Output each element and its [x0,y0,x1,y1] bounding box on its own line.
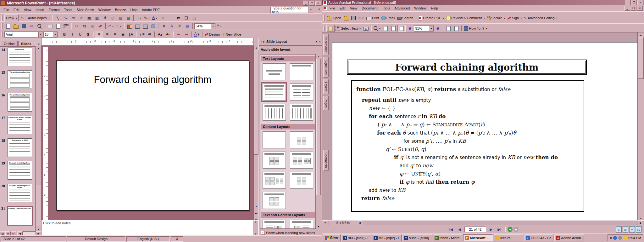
taskbar-button-3[interactable]: ✉Inbox - Micro... [433,234,463,241]
ppt-menu-breeze[interactable]: Breeze [113,7,128,13]
slide-thumbnail-16[interactable]: The unification algorithm [8,93,32,112]
search-icon[interactable] [36,23,43,29]
open-button[interactable]: Open [326,13,342,23]
chevron-down-icon[interactable]: ▼ [211,24,215,29]
scroll-down-icon[interactable]: ▼ [254,204,259,208]
minimize-button[interactable]: _ [625,0,630,5]
sign-button[interactable]: Sign▼ [507,13,523,23]
shadow-style-icon[interactable]: ❏ [182,15,190,21]
zoom-combobox[interactable]: 64% ▼ [194,23,215,29]
fit-page-button[interactable] [390,25,397,32]
distribute-icon[interactable]: ⊞ [119,31,127,37]
acrobat-menu-tools[interactable]: Tools [380,5,392,11]
chevron-down-icon[interactable]: ▼ [315,41,318,43]
zoom-out-button[interactable]: ⊖ [406,25,414,32]
scroll-down-icon[interactable]: ▼ [638,216,644,221]
secure-button[interactable]: Secure▼ [486,13,506,23]
fit-width-button[interactable] [397,25,406,32]
chevron-down-icon[interactable]: ▼ [308,7,313,13]
font-color-icon[interactable]: A▼ [193,31,201,37]
close-button[interactable]: × [637,0,643,5]
numbering-icon[interactable]: ⋮≡ [138,31,145,37]
insert-picture-icon[interactable]: ▩ [125,15,132,21]
mail-icon[interactable]: ✉ [28,23,36,29]
redo-icon[interactable]: ↷▼ [115,23,123,29]
layout-scrollbar[interactable]: ▲ ▼ [316,54,321,229]
taskbar-button-2[interactable]: ▼suna - [suna] ... [402,234,432,241]
scroll-right-icon[interactable]: ▶ [36,231,41,236]
scroll-right-icon[interactable]: ▶ [638,221,643,225]
scroll-up-icon[interactable]: ▲ [254,45,259,50]
ppt-menu-slide-show[interactable]: Slide Show [74,7,96,13]
nav-tab-signatures[interactable]: Signatures [323,57,329,78]
child-minimize-button[interactable]: _ [625,6,630,11]
ppt-menu-insert[interactable]: Insert [33,7,47,13]
save-icon[interactable] [20,23,28,29]
bullets-icon[interactable]: •≡ [146,31,153,37]
layout-thumbnail-title[interactable] [263,63,286,80]
taskbar-button-6[interactable]: eCS 3243 - Fo... [524,234,554,241]
email-button[interactable]: Email [381,13,397,23]
taskbar-button-4[interactable]: PMicrosoft ... [463,234,493,241]
layout-thumbnail-blank[interactable] [263,131,286,148]
clip-art-icon[interactable]: ▨ [117,15,124,21]
scrollbar-thumb[interactable] [316,59,321,195]
toolbar-handle[interactable] [1,32,3,37]
toolbar-handle[interactable] [323,26,325,31]
line-icon[interactable]: ╲ [54,15,61,21]
maximize-button[interactable]: □ [309,1,315,6]
scroll-left-icon[interactable]: ◀ [17,231,23,236]
toolbar-handle[interactable] [1,23,3,29]
acrobat-menu-edit[interactable]: Edit [337,5,348,11]
facing-icon[interactable]: ▯▯ [636,226,641,233]
nav-tab-pages[interactable]: Pages [323,96,329,110]
slide-sorter-view-icon[interactable]: ⊞ [5,231,11,236]
spelling-status-icon[interactable]: ✗ [171,236,183,242]
copy-icon[interactable]: ⧉ [81,23,88,29]
search-button[interactable]: Search [397,13,414,23]
review-comment-button[interactable]: Review & Comment▼ [446,13,486,23]
tray-chevron-icon[interactable]: « [610,236,612,240]
last-page-icon[interactable]: ▶| [496,226,503,233]
taskbar-button-5[interactable]: lecture [494,234,523,241]
italic-icon[interactable]: I [69,31,76,37]
next-view-button[interactable] [452,25,460,32]
ppt-menu-format[interactable]: Format [47,7,62,13]
nav-tab-comments[interactable]: Comments [323,150,329,170]
autoshapes-menu-button[interactable]: AutoShapes▼ [27,15,51,21]
snapshot-button[interactable] [362,25,370,32]
layout-thumbnail-mix1[interactable] [263,220,286,229]
layout-thumbnail-bar-2x2b[interactable] [263,192,286,209]
slide-thumbnail-15[interactable]: The unification algorithm [8,70,32,89]
hand-tool-button[interactable] [326,25,335,32]
zoom-in-button[interactable]: ⊕ [434,25,441,32]
layout-thumbnail-two-col[interactable] [290,84,313,101]
paste-icon[interactable]: ▣ [89,23,96,29]
acrobat-menu-advanced[interactable]: Advanced [392,5,412,11]
align-right-icon[interactable]: ≡ [111,31,119,37]
decrease-font-icon[interactable]: A▾ [164,31,172,37]
print-button[interactable]: Print [366,13,380,23]
previous-view-circle-icon[interactable]: ◀ [508,227,513,232]
horizontal-scrollbar[interactable] [23,231,36,236]
fill-color-icon[interactable]: ◘▼ [135,15,143,21]
oval-icon[interactable]: ○ [77,15,85,21]
continuous-facing-icon[interactable]: ⊞ [629,226,635,233]
horizontal-scrollbar[interactable] [363,221,637,225]
thumbnail-scrollbar[interactable]: ▲ ▼ [35,46,41,231]
scroll-up-icon[interactable]: ▲ [316,54,321,59]
back-arrow-icon[interactable]: ◂ [260,40,262,43]
draw-menu-button[interactable]: Draw▼ [4,14,19,21]
line-style-icon[interactable]: ≡ [159,15,166,21]
align-center-icon[interactable]: ≡ [103,31,111,37]
decrease-indent-icon[interactable]: ⇤ [175,31,182,37]
normal-view-icon[interactable]: ▤ [0,231,5,236]
tab-slides[interactable]: Slides [18,41,34,46]
acrobat-menu-file[interactable]: File [327,5,337,11]
minimize-button[interactable]: _ [303,1,308,6]
scroll-up-icon[interactable]: ▲ [36,46,41,50]
dash-style-icon[interactable]: ⋯ [167,15,174,21]
forward-arrow-icon[interactable]: ▸ [263,40,265,43]
tray-icon[interactable] [623,236,627,240]
scroll-left-icon[interactable]: ◀ [357,221,362,225]
